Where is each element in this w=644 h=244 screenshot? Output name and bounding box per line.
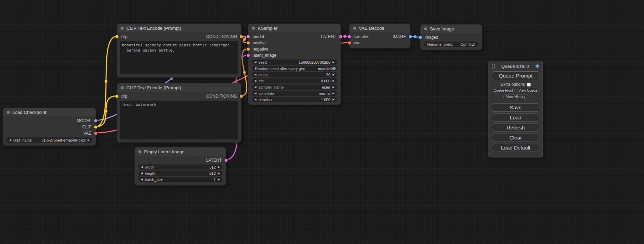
- load-button[interactable]: Load: [492, 114, 539, 122]
- negative-prompt-textarea[interactable]: text, watermark: [120, 101, 238, 139]
- node-load-checkpoint[interactable]: Load Checkpoint MODEL CLIP VAE ◀ ckpt_na…: [3, 108, 96, 146]
- denoise-widget[interactable]: ◀ denoise 1.000 ▶: [252, 97, 337, 102]
- node-titlebar[interactable]: Save Image: [421, 25, 482, 33]
- decrement-arrow-icon[interactable]: ◀: [254, 92, 256, 95]
- positive-prompt-textarea[interactable]: beautiful scenery nature glass bottle la…: [120, 41, 238, 74]
- random-seed-toggle-widget[interactable]: Random seed after every gen enabled: [252, 66, 337, 71]
- negative-input-port[interactable]: [247, 48, 250, 51]
- height-widget[interactable]: ◀ height 512 ▶: [138, 171, 222, 176]
- collapse-dot[interactable]: [424, 27, 427, 30]
- model-output-port[interactable]: [94, 119, 97, 123]
- output-slot-latent: LATENT: [135, 157, 226, 163]
- scheduler-widget[interactable]: ◀ scheduler normal ▶: [252, 91, 337, 96]
- decrement-arrow-icon[interactable]: ◀: [141, 172, 143, 175]
- increment-arrow-icon[interactable]: ▶: [333, 61, 335, 64]
- save-button[interactable]: Save: [492, 103, 539, 112]
- queue-front-button[interactable]: Queue Front: [492, 88, 515, 93]
- collapse-dot[interactable]: [252, 27, 255, 30]
- node-titlebar[interactable]: CLIP Text Encode (Prompt): [117, 83, 241, 92]
- images-input-port[interactable]: [419, 36, 422, 39]
- image-output-port[interactable]: [409, 35, 412, 38]
- ckpt-name-widget[interactable]: ◀ ckpt_name v1-5-pruned-emaonly.ckpt ▶: [7, 137, 92, 143]
- collapse-dot[interactable]: [121, 27, 124, 30]
- node-clip-text-encode-negative[interactable]: CLIP Text Encode (Prompt) clip CONDITION…: [117, 83, 241, 143]
- increment-arrow-icon[interactable]: ▶: [333, 86, 335, 89]
- clip-input-port[interactable]: [115, 35, 118, 38]
- extra-options-checkbox[interactable]: [527, 83, 531, 87]
- node-title: Save Image: [430, 26, 454, 31]
- increment-arrow-icon[interactable]: ▶: [218, 172, 220, 175]
- collapse-dot[interactable]: [121, 86, 124, 89]
- latent-output-port[interactable]: [339, 35, 342, 38]
- queue-size-label: Queue size: 0: [495, 64, 535, 69]
- node-title: VAE Decode: [359, 26, 384, 31]
- node-titlebar[interactable]: CLIP Text Encode (Prompt): [117, 24, 241, 32]
- collapse-dot[interactable]: [353, 27, 356, 30]
- node-ksampler[interactable]: KSampler model LATENT positive negative …: [248, 24, 341, 105]
- decrement-arrow-icon[interactable]: ◀: [254, 80, 256, 82]
- clip-output-port[interactable]: [94, 126, 97, 129]
- vae-output-port[interactable]: [94, 132, 97, 135]
- batch-size-widget[interactable]: ◀ batch_size 1 ▶: [138, 177, 222, 182]
- refresh-button[interactable]: Refresh: [492, 124, 539, 132]
- conditioning-output-port[interactable]: [240, 95, 243, 98]
- collapse-dot[interactable]: [7, 111, 10, 114]
- samples-input-port[interactable]: [348, 35, 351, 38]
- decrement-arrow-icon[interactable]: ◀: [254, 86, 256, 89]
- decrement-arrow-icon[interactable]: ◀: [254, 73, 256, 76]
- width-widget[interactable]: ◀ width 512 ▶: [138, 164, 222, 170]
- drag-handle-icon[interactable]: [492, 64, 495, 69]
- seed-widget[interactable]: ◀ seed 156680208700286 ▶: [252, 60, 337, 65]
- view-history-button[interactable]: View History: [503, 94, 528, 99]
- increment-arrow-icon[interactable]: ▶: [333, 80, 335, 82]
- decrement-arrow-icon[interactable]: ◀: [254, 98, 256, 101]
- conditioning-output-port[interactable]: [240, 35, 243, 38]
- steps-widget[interactable]: ◀ steps 20 ▶: [252, 72, 337, 77]
- clip-input-port[interactable]: [115, 95, 118, 98]
- node-titlebar[interactable]: Load Checkpoint: [3, 108, 96, 116]
- input-slot-vae: vae: [350, 40, 410, 46]
- slot-row-model-latent: model LATENT: [248, 34, 341, 40]
- output-slot-vae: VAE: [3, 130, 96, 136]
- input-slot-latent-image: latent_image: [248, 52, 341, 58]
- collapse-dot[interactable]: [138, 150, 141, 153]
- settings-gear-icon[interactable]: ✱: [535, 64, 539, 69]
- cfg-widget[interactable]: ◀ cfg 8.000 ▶: [252, 78, 337, 83]
- increment-arrow-icon[interactable]: ▶: [333, 73, 335, 76]
- extra-options-label: Extra options: [501, 82, 525, 87]
- input-slot-positive: positive: [248, 40, 341, 46]
- node-empty-latent-image[interactable]: Empty Latent Image LATENT ◀ width 512 ▶ …: [134, 147, 226, 186]
- increment-arrow-icon[interactable]: ▶: [218, 166, 220, 169]
- node-clip-text-encode-positive[interactable]: CLIP Text Encode (Prompt) clip CONDITION…: [117, 24, 241, 78]
- increment-arrow-icon[interactable]: ▶: [88, 139, 90, 142]
- toggle-knob[interactable]: [332, 67, 336, 70]
- view-queue-button[interactable]: View Queue: [517, 88, 539, 93]
- latent-image-input-port[interactable]: [247, 54, 250, 57]
- decrement-arrow-icon[interactable]: ◀: [9, 139, 11, 142]
- queue-buttons-row: Queue Front View Queue: [492, 88, 539, 93]
- vae-input-port[interactable]: [348, 42, 351, 45]
- increment-arrow-icon[interactable]: ▶: [333, 98, 335, 101]
- filename-prefix-widget[interactable]: filename_prefix ComfyUI: [424, 42, 478, 47]
- node-save-image[interactable]: Save Image images filename_prefix ComfyU…: [420, 24, 482, 50]
- view-history-row: View History: [492, 94, 539, 99]
- increment-arrow-icon[interactable]: ▶: [333, 92, 335, 95]
- output-slot-clip: CLIP: [3, 124, 96, 130]
- decrement-arrow-icon[interactable]: ◀: [254, 61, 256, 64]
- node-vae-decode[interactable]: VAE Decode samples IMAGE vae: [349, 24, 411, 48]
- sampler-name-widget[interactable]: ◀ sampler_name euler ▶: [252, 84, 337, 90]
- latent-output-port[interactable]: [224, 159, 228, 162]
- load-default-button[interactable]: Load Default: [492, 144, 539, 152]
- positive-input-port[interactable]: [247, 42, 250, 45]
- clear-button[interactable]: Clear: [492, 134, 539, 142]
- node-titlebar[interactable]: VAE Decode: [350, 24, 410, 32]
- node-title: KSampler: [258, 26, 277, 31]
- queue-prompt-button[interactable]: Queue Prompt: [492, 71, 539, 80]
- node-titlebar[interactable]: Empty Latent Image: [135, 147, 226, 156]
- decrement-arrow-icon[interactable]: ◀: [141, 166, 143, 169]
- decrement-arrow-icon[interactable]: ◀: [141, 178, 143, 181]
- extra-options-row: Extra options: [492, 82, 539, 87]
- increment-arrow-icon[interactable]: ▶: [218, 178, 220, 181]
- node-titlebar[interactable]: KSampler: [248, 24, 341, 32]
- model-input-port[interactable]: [247, 35, 250, 38]
